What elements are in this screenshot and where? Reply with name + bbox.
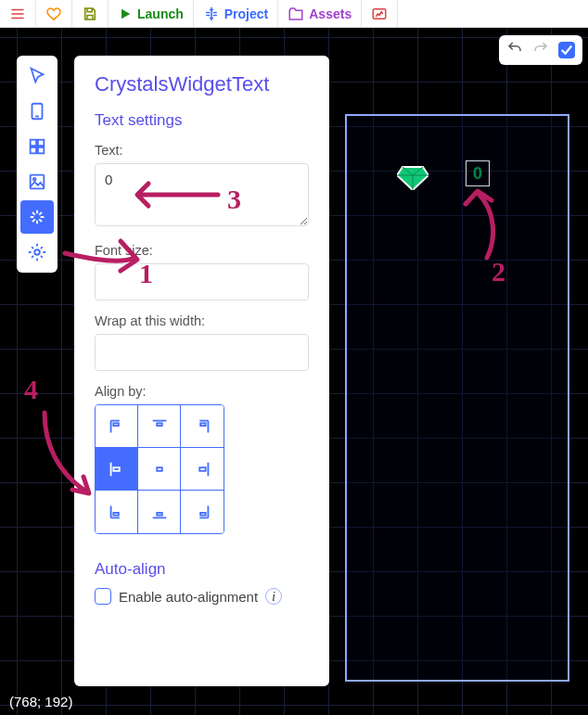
svg-rect-11: [200, 423, 206, 426]
device-tool[interactable]: [20, 95, 54, 128]
align-top-right[interactable]: [181, 405, 224, 448]
heart-button[interactable]: [36, 0, 72, 27]
svg-rect-5: [38, 147, 44, 153]
project-label: Project: [224, 6, 268, 21]
undo-redo-bar: [499, 35, 582, 65]
grid-tool[interactable]: [20, 130, 54, 163]
align-label: Align by:: [95, 384, 309, 399]
align-middle-right[interactable]: [181, 448, 224, 491]
auto-align-label: Enable auto-alignment: [119, 589, 258, 605]
text-input[interactable]: 0: [95, 163, 309, 226]
redo-button[interactable]: [532, 40, 549, 60]
assets-button[interactable]: Assets: [278, 0, 362, 27]
svg-rect-13: [157, 467, 162, 471]
svg-point-8: [34, 249, 40, 255]
tool-rail: [17, 56, 58, 273]
menu-button[interactable]: [0, 0, 36, 27]
assets-label: Assets: [309, 6, 352, 21]
svg-rect-4: [31, 147, 36, 153]
wrap-input[interactable]: [95, 334, 309, 371]
text-widget-value: 0: [473, 164, 482, 184]
confirm-checkbox[interactable]: [558, 42, 575, 58]
svg-rect-14: [199, 467, 205, 471]
panel-title: CrystalsWidgetText: [95, 72, 309, 96]
svg-rect-15: [113, 513, 119, 516]
fontsize-label: Font size:: [95, 243, 309, 258]
svg-rect-6: [31, 175, 45, 189]
select-tool[interactable]: [20, 59, 54, 93]
align-bottom-center[interactable]: [138, 491, 181, 533]
save-button[interactable]: [72, 0, 109, 27]
project-button[interactable]: Project: [194, 0, 278, 27]
effects-tool[interactable]: [20, 200, 54, 234]
info-icon[interactable]: i: [265, 588, 282, 605]
crystal-icon[interactable]: [397, 164, 428, 194]
work-area: CrystalsWidgetText Text settings Text: 0…: [0, 28, 588, 715]
svg-rect-9: [113, 423, 119, 426]
text-widget[interactable]: 0: [466, 160, 490, 186]
image-tool[interactable]: [20, 165, 54, 198]
align-bottom-right[interactable]: [181, 491, 224, 533]
align-top-left[interactable]: [96, 405, 138, 448]
top-toolbar: Launch Project Assets: [0, 0, 588, 28]
svg-point-7: [33, 178, 36, 181]
undo-button[interactable]: [506, 40, 523, 60]
launch-label: Launch: [137, 6, 184, 21]
svg-rect-2: [31, 140, 36, 146]
section-auto-align: Auto-align: [95, 560, 309, 579]
auto-align-checkbox[interactable]: [95, 588, 111, 605]
launch-button[interactable]: Launch: [109, 0, 194, 27]
align-middle-center[interactable]: [138, 448, 181, 491]
ui-button[interactable]: [362, 0, 398, 27]
align-middle-left[interactable]: [96, 448, 138, 491]
svg-rect-0: [373, 8, 386, 19]
settings-tool[interactable]: [20, 236, 54, 269]
section-text-settings: Text settings: [95, 111, 309, 130]
fontsize-input[interactable]: [95, 263, 309, 300]
align-grid: [95, 404, 224, 534]
align-bottom-left[interactable]: [96, 491, 138, 533]
svg-rect-12: [113, 467, 119, 471]
inspector-panel: CrystalsWidgetText Text settings Text: 0…: [74, 56, 329, 686]
wrap-label: Wrap at this width:: [95, 313, 309, 328]
svg-rect-17: [200, 513, 206, 516]
svg-rect-3: [38, 140, 44, 146]
device-frame[interactable]: 0: [345, 114, 569, 682]
cursor-coordinates: (768; 192): [9, 694, 72, 709]
text-label: Text:: [95, 143, 309, 158]
svg-rect-16: [157, 513, 162, 516]
align-top-center[interactable]: [138, 405, 181, 448]
svg-rect-10: [157, 423, 162, 426]
